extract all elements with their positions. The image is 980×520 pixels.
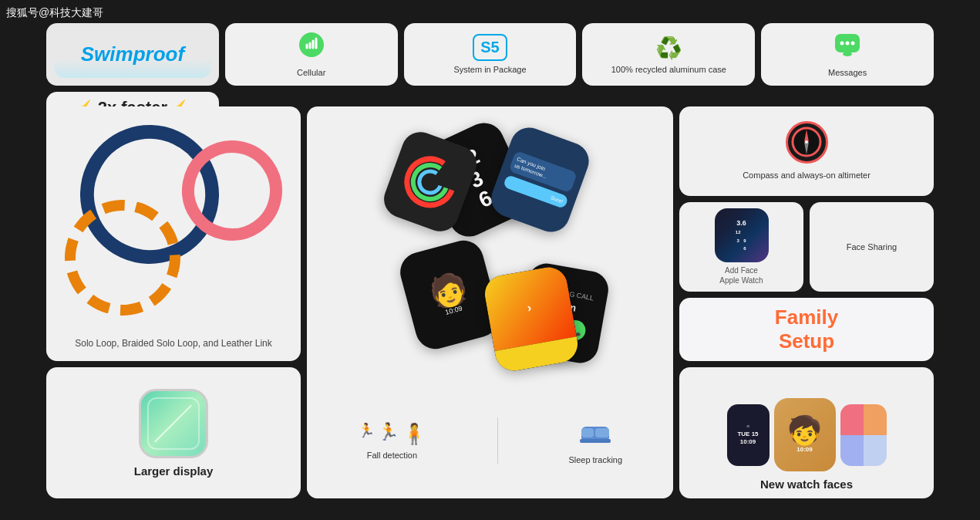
main-grid: Swimproof Cellular S5 System in Package …	[46, 23, 934, 512]
watch-face-dark: ≡ TUE 1510:09	[727, 404, 770, 466]
svg-point-4	[846, 42, 850, 46]
swimproof-text: Swimproof	[81, 42, 184, 66]
svg-rect-12	[580, 439, 611, 443]
s5-label: System in Package	[453, 64, 526, 75]
bands-label: Solo Loop, Braided Solo Loop, and Leathe…	[75, 337, 272, 350]
sleep-tracking-label: Sleep tracking	[568, 455, 622, 464]
swimproof-card: Swimproof	[46, 23, 219, 86]
svg-point-0	[299, 32, 324, 57]
aluminum-card: ♻️ 100% recycled aluminum case	[582, 23, 755, 86]
watermark: 搜狐号@科技大建哥	[6, 6, 103, 20]
features-divider	[497, 417, 498, 464]
compass-label: Compass and always-on altimeter	[743, 170, 871, 181]
messages-card: Messages	[761, 23, 934, 86]
watch-face-avatar: 🧒 10:09	[774, 398, 836, 471]
top-features-bar: Swimproof Cellular S5 System in Package …	[46, 23, 934, 100]
sleep-icon	[578, 417, 612, 451]
bands-illustration	[57, 117, 290, 331]
s5-icon: S5	[473, 34, 507, 61]
display-icon	[139, 389, 208, 458]
messages-icon	[834, 31, 861, 64]
watch-faces-row: ≡ TUE 1510:09 🧒 10:09	[727, 398, 887, 471]
fall-detection-icons: 🏃 🏃 🧍	[358, 422, 426, 446]
sleep-tracking-item: Sleep tracking	[568, 417, 622, 464]
svg-point-3	[840, 42, 844, 46]
watches-center-card: 1236 Can you joinus tomorrow...	[307, 106, 673, 498]
messages-label: Messages	[828, 67, 867, 78]
bands-card: Solo Loop, Braided Solo Loop, and Leathe…	[46, 106, 301, 361]
add-face-card: 3.6 12 39 6 Add Face Apple Watch	[679, 202, 803, 292]
fall-detection-item: 🏃 🏃 🧍 Fall detection	[358, 422, 426, 460]
svg-point-5	[851, 42, 855, 46]
cellular-label: Cellular	[297, 67, 325, 78]
center-bottom-features: 🏃 🏃 🧍 Fall detection Sleep tracking	[307, 383, 673, 498]
svg-rect-11	[595, 428, 609, 437]
fall-detection-label: Fall detection	[367, 451, 417, 460]
larger-display-card: Larger display	[46, 367, 301, 498]
watch-face-preview: 3.6 12 39 6	[715, 208, 769, 262]
face-sharing-card: Face Sharing	[810, 202, 934, 292]
svg-rect-10	[581, 428, 594, 437]
s5-card: S5 System in Package	[404, 23, 577, 86]
svg-point-6	[401, 152, 460, 211]
family-setup-text: Family Setup	[775, 306, 838, 353]
family-setup-card: Family Setup	[679, 298, 934, 361]
add-face-label: Add Face Apple Watch	[719, 265, 763, 285]
svg-point-2	[843, 52, 852, 56]
cellular-card: Cellular	[225, 23, 398, 86]
compass-icon	[786, 121, 828, 164]
cellular-icon	[298, 31, 325, 64]
svg-point-16	[805, 140, 808, 144]
recycle-icon: ♻️	[655, 35, 682, 61]
larger-display-label: Larger display	[134, 464, 214, 478]
face-sharing-label: Face Sharing	[847, 242, 897, 252]
watch-face-colorful	[840, 404, 887, 466]
right-column: Compass and always-on altimeter 3.6 12 3…	[679, 106, 934, 361]
compass-card: Compass and always-on altimeter	[679, 106, 934, 196]
new-watch-faces-card: ≡ TUE 1510:09 🧒 10:09 New watch faces	[679, 367, 934, 498]
new-watch-faces-label: New watch faces	[760, 478, 853, 491]
svg-point-8	[416, 168, 444, 196]
watch-cluster: 1236 Can you joinus tomorrow...	[307, 106, 673, 383]
watch-colorful: ›	[482, 265, 581, 374]
aluminum-label: 100% recycled aluminum case	[611, 64, 726, 75]
